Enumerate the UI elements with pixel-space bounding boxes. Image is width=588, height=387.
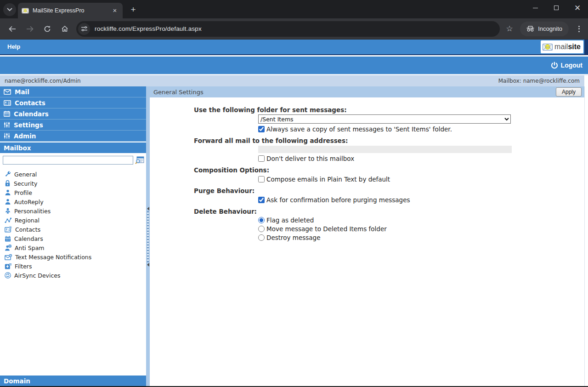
page-help-bar: Help mailsite <box>0 40 588 54</box>
splitter-grip[interactable] <box>147 207 149 267</box>
list-item-personalities[interactable]: Personalities <box>0 206 146 216</box>
page-title: General Settings <box>153 89 204 96</box>
mailsite-favicon-envelope-icon <box>22 8 29 14</box>
new-tab-button[interactable]: + <box>127 5 139 15</box>
save-copy-label[interactable]: Always save a copy of sent messages to '… <box>266 125 452 133</box>
back-button[interactable] <box>5 22 20 36</box>
domain-section-header[interactable]: Domain <box>0 376 146 386</box>
sidebar-item-contacts[interactable]: Contacts <box>0 97 146 108</box>
filter-box-icon <box>5 263 11 269</box>
reload-icon <box>44 25 51 33</box>
address-bar[interactable]: rockliffe.com/ExpressPro/default.aspx <box>76 21 500 37</box>
sidebar-item-mail[interactable]: Mail <box>0 86 146 97</box>
apply-button[interactable]: Apply <box>556 87 582 97</box>
destroy-message-label[interactable]: Destroy message <box>266 234 321 241</box>
sidebar-item-calendars[interactable]: Calendars <box>0 108 146 120</box>
forward-button[interactable] <box>23 22 37 36</box>
header-edge-strip <box>584 40 588 54</box>
site-info-button[interactable] <box>78 23 90 35</box>
sync-icon <box>5 272 11 279</box>
main-content: General Settings Apply Use the following… <box>150 86 585 386</box>
move-deleted-label[interactable]: Move message to Deleted Items folder <box>266 225 387 233</box>
close-window-button[interactable]: ✕ <box>567 1 588 15</box>
list-item-profile[interactable]: Profile <box>0 188 146 197</box>
account-bar: name@rockliffe.com/Admin Mailbox: name@r… <box>0 75 584 86</box>
help-link[interactable]: Help <box>0 40 541 54</box>
plain-text-checkbox[interactable] <box>258 176 265 182</box>
home-button[interactable] <box>57 22 72 36</box>
contact-card-plus-icon <box>5 226 12 233</box>
tab-close-icon[interactable]: × <box>111 6 119 15</box>
sidebar: Mail Contacts Calendars Settings Admin M… <box>0 86 146 386</box>
list-item-filters[interactable]: Filters <box>0 262 146 271</box>
plain-text-row: Compose emails in Plain Text by default <box>258 176 584 183</box>
list-item-regional[interactable]: Regional <box>0 216 146 225</box>
account-identity: name@rockliffe.com/Admin <box>5 78 81 84</box>
site-settings-icon <box>81 26 87 31</box>
purge-confirm-label[interactable]: Ask for confirmation before purging mess… <box>266 196 410 204</box>
delete-behaviour-label: Delete Behaviour: <box>194 208 584 215</box>
forward-label: Forward all mail to the following addres… <box>194 137 584 144</box>
save-copy-row: Always save a copy of sent messages to '… <box>258 125 584 133</box>
maximize-button[interactable] <box>546 1 567 15</box>
tab-title: MailSite ExpressPro <box>33 7 111 14</box>
purge-confirm-checkbox[interactable] <box>258 197 265 203</box>
move-deleted-radio[interactable] <box>258 226 265 232</box>
content-titlebar: General Settings Apply <box>150 86 584 97</box>
flag-deleted-label[interactable]: Flag as deleted <box>266 216 314 224</box>
minimize-button[interactable] <box>525 1 546 15</box>
save-copy-checkbox[interactable] <box>258 126 265 132</box>
list-item-anti-spam[interactable]: Anti Spam <box>0 243 146 252</box>
forward-arrow-icon <box>26 26 34 32</box>
list-item-airsync-devices[interactable]: AirSync Devices <box>0 271 146 280</box>
list-item-calendars[interactable]: Calendars <box>0 234 146 243</box>
padlock-icon <box>5 180 11 187</box>
dont-deliver-row: Don't deliver to this mailbox <box>258 155 584 162</box>
list-item-security[interactable]: Security <box>0 179 146 188</box>
chevron-down-icon <box>7 8 12 11</box>
flag-deleted-radio[interactable] <box>258 217 265 223</box>
power-icon <box>551 62 558 69</box>
dont-deliver-label[interactable]: Don't deliver to this mailbox <box>266 155 354 162</box>
list-item-contacts[interactable]: Contacts <box>0 225 146 234</box>
flag-deleted-row: Flag as deleted <box>258 216 584 224</box>
plain-text-label[interactable]: Compose emails in Plain Text by default <box>266 176 390 183</box>
sliders-icon <box>4 122 10 128</box>
tab-search-button[interactable] <box>3 3 16 16</box>
purge-behaviour-label: Purge Behaviour: <box>194 187 584 194</box>
browser-toolbar: rockliffe.com/ExpressPro/default.aspx ☆ … <box>0 18 588 40</box>
list-item-autoreply[interactable]: AutoReply <box>0 197 146 206</box>
list-item-general[interactable]: General <box>0 170 146 179</box>
browser-tab[interactable]: MailSite ExpressPro × <box>18 3 123 18</box>
mailsite-logo: mailsite <box>541 40 583 53</box>
logout-button[interactable]: Logout <box>561 62 582 69</box>
window: MailSite ExpressPro × + ✕ <box>0 0 588 387</box>
browser-menu-button[interactable] <box>573 26 584 32</box>
person-icon <box>5 199 11 205</box>
mailbox-search-row <box>0 153 146 167</box>
home-icon <box>61 25 68 32</box>
forward-addresses-input[interactable] <box>258 146 512 153</box>
mailbox-search-input[interactable] <box>3 156 133 165</box>
purge-confirm-row: Ask for confirmation before purging mess… <box>258 196 584 204</box>
dont-deliver-checkbox[interactable] <box>258 155 265 162</box>
wrench-icon <box>5 171 11 177</box>
mailbox-settings-list: General Security Profile AutoReply Perso… <box>0 167 146 280</box>
sidebar-item-settings[interactable]: Settings <box>0 120 146 131</box>
reload-button[interactable] <box>40 22 55 36</box>
logout-bar: Logout <box>0 57 588 74</box>
search-icon[interactable] <box>135 156 144 164</box>
incognito-icon <box>526 26 534 32</box>
mailbox-section-header: Mailbox <box>0 142 146 153</box>
sidebar-splitter[interactable] <box>146 86 150 386</box>
sidebar-item-admin[interactable]: Admin <box>0 131 146 142</box>
person-star-icon <box>5 208 11 214</box>
bookmark-star-icon[interactable]: ☆ <box>503 24 516 34</box>
destroy-message-radio[interactable] <box>258 234 265 241</box>
brand-wordmark: mailsite <box>554 43 581 51</box>
list-item-text-message-notifications[interactable]: Text Message Notifications <box>0 252 146 262</box>
contact-card-icon <box>4 100 11 106</box>
destroy-message-row: Destroy message <box>258 234 584 241</box>
sent-folder-select[interactable]: /Sent Items <box>258 114 511 124</box>
chart-dots-icon <box>5 217 11 223</box>
